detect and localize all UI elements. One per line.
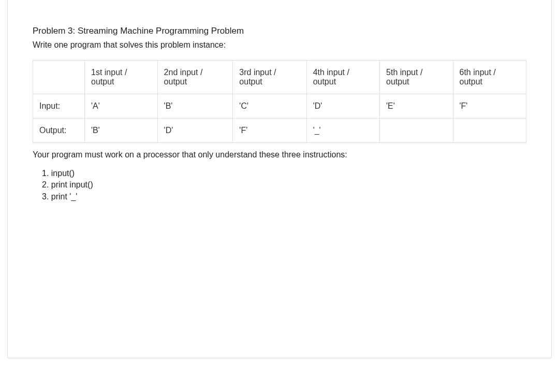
input-cell-6: 'F' <box>453 94 526 119</box>
input-cell-5: 'E' <box>380 94 453 119</box>
input-cell-1: 'A' <box>85 94 158 119</box>
header-col6: 6th input / output <box>453 61 526 94</box>
table-row: Output: 'B' 'D' 'F' '_' <box>33 119 526 143</box>
input-cell-2: 'B' <box>157 94 233 119</box>
instruction-item-2: 2. print input() <box>42 179 526 191</box>
header-col2: 2nd input / output <box>157 61 233 94</box>
output-cell-5 <box>380 119 453 143</box>
table-row: Input: 'A' 'B' 'C' 'D' 'E' 'F' <box>33 94 526 119</box>
header-blank <box>33 61 85 94</box>
header-col1: 1st input / output <box>85 61 158 94</box>
input-cell-3: 'C' <box>233 94 306 119</box>
input-row-label: Input: <box>33 94 85 119</box>
instruction-item-1: 1. input() <box>42 168 526 179</box>
input-cell-4: 'D' <box>306 94 379 119</box>
instruction-item-3: 3. print '_' <box>42 191 526 202</box>
header-col3: 3rd input / output <box>233 61 306 94</box>
table-header-row: 1st input / output 2nd input / output 3r… <box>33 61 526 94</box>
header-col4: 4th input / output <box>306 61 379 94</box>
instructions-list: 1. input() 2. print input() 3. print '_' <box>33 168 526 202</box>
output-cell-2: 'D' <box>157 119 233 143</box>
header-col5: 5th input / output <box>380 61 453 94</box>
io-table: 1st input / output 2nd input / output 3r… <box>33 60 526 143</box>
problem-title: Problem 3: Streaming Machine Programming… <box>33 26 526 36</box>
problem-container: Problem 3: Streaming Machine Programming… <box>7 0 552 358</box>
output-cell-3: 'F' <box>233 119 306 143</box>
output-row-label: Output: <box>33 119 85 143</box>
output-cell-1: 'B' <box>85 119 158 143</box>
output-cell-6 <box>453 119 526 143</box>
output-cell-4: '_' <box>306 119 379 143</box>
problem-instruction: Write one program that solves this probl… <box>33 40 526 50</box>
after-table-text: Your program must work on a processor th… <box>33 150 526 159</box>
